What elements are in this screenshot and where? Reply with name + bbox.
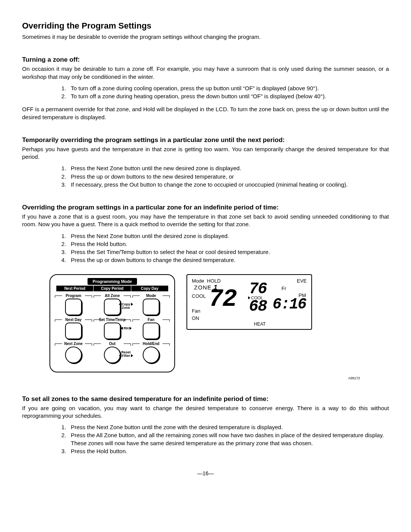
fan-button[interactable] bbox=[143, 323, 159, 339]
figure-id: A98172 bbox=[22, 376, 360, 380]
lcd-cool: COOL bbox=[192, 293, 206, 299]
list-item: To turn off a zone during heating operat… bbox=[68, 93, 389, 100]
out-button[interactable] bbox=[104, 347, 121, 363]
page-title: Overriding the Program Settings bbox=[22, 21, 389, 31]
lcd-mode: Mode bbox=[192, 278, 204, 284]
bar-label: Copy Period bbox=[93, 286, 131, 291]
bar-label: Copy Day bbox=[131, 286, 168, 291]
section-heading: Overriding the program settings in a par… bbox=[22, 204, 389, 211]
page-number: —16— bbox=[22, 470, 389, 476]
section-heading: Temporarily overriding the program setti… bbox=[22, 136, 389, 144]
section-heading: To set all zones to the same desired tem… bbox=[22, 395, 389, 403]
body-text: If you are going on vacation, you may wa… bbox=[22, 404, 389, 420]
list-item: Press the up or down buttons to the new … bbox=[68, 173, 389, 181]
btn-label: Mode bbox=[134, 294, 168, 298]
body-text: If you have a zone that is a guest room,… bbox=[22, 213, 389, 228]
lcd-time: 6:16 bbox=[272, 297, 306, 312]
lcd-temp-main: 72 bbox=[209, 287, 236, 312]
programming-mode-label: Programming Mode bbox=[88, 278, 137, 285]
triangle-icon bbox=[248, 296, 250, 299]
black-bar: Next Period Copy Period Copy Day bbox=[56, 286, 168, 291]
figure-row: Programming Mode Next Period Copy Period… bbox=[49, 274, 389, 372]
btn-label: All Zone bbox=[95, 294, 129, 298]
program-button[interactable] bbox=[65, 299, 82, 315]
list-item: If necessary, press the Out button to ch… bbox=[68, 181, 389, 189]
body-text: Perhaps you have guests and the temperat… bbox=[22, 145, 389, 161]
lcd-heat: HEAT bbox=[254, 321, 266, 327]
body-text: OFF is a permanent override for that zon… bbox=[22, 105, 389, 121]
set-time-temp-button[interactable] bbox=[104, 323, 121, 339]
lcd-hold: HOLD bbox=[207, 278, 221, 284]
list-item: Press the Next Zone button until the new… bbox=[68, 165, 389, 172]
hold-end-button[interactable] bbox=[143, 347, 159, 363]
list-item: Press the up or down buttons to change t… bbox=[68, 256, 389, 264]
next-zone-button[interactable] bbox=[65, 347, 82, 363]
list-item: Press the Hold button. bbox=[68, 240, 389, 248]
bar-label: Next Period bbox=[56, 286, 93, 291]
lcd-on: ON bbox=[192, 315, 199, 321]
btn-label: Out bbox=[95, 342, 129, 346]
lcd-temp-cool: 76 bbox=[249, 281, 266, 297]
list-item: Press the All Zone button, and all the r… bbox=[68, 431, 389, 447]
rh-tag: RH bbox=[121, 327, 132, 330]
btn-label: Program bbox=[56, 294, 91, 298]
list-item: To turn off a zone during cooling operat… bbox=[68, 85, 389, 92]
mode-button[interactable] bbox=[143, 299, 159, 315]
lcd-temp-heat: 68 bbox=[249, 299, 266, 315]
btn-label: Next Zone bbox=[56, 342, 91, 346]
list-item: Press the Next Zone button until the zon… bbox=[68, 423, 389, 431]
btn-label: Fan bbox=[134, 318, 168, 322]
lcd-day: Fr bbox=[282, 286, 286, 291]
list-item: Press the Next Zone button until the des… bbox=[68, 232, 389, 240]
list-item: Press the Hold button. bbox=[68, 447, 389, 455]
btn-label: Next Day bbox=[56, 318, 91, 322]
body-text: On occasion it may be desirable to turn … bbox=[22, 65, 389, 81]
lcd-eve: EVE bbox=[297, 278, 307, 284]
lcd-display: Mode HOLD EVE ZONE 1 COOLFanON 72 76 68 … bbox=[186, 274, 312, 330]
btn-label: Set Time/Temp bbox=[95, 318, 129, 322]
intro-text: Sometimes it may be desirable to overrid… bbox=[22, 33, 389, 41]
next-day-button[interactable] bbox=[65, 323, 82, 339]
list-item: Press the Set Time/Temp button to select… bbox=[68, 248, 389, 256]
button-panel: Programming Mode Next Period Copy Period… bbox=[49, 274, 175, 372]
btn-label: Hold/End bbox=[134, 342, 168, 346]
all-zone-button[interactable] bbox=[104, 299, 121, 315]
copy-zone-tag: CopyZone bbox=[119, 303, 134, 310]
lcd-fan: Fan bbox=[192, 308, 200, 314]
reset-filter-tag: ResetFilter bbox=[119, 351, 133, 358]
lcd-cool2: COOL bbox=[251, 296, 263, 300]
section-heading: Turning a zone off: bbox=[22, 56, 389, 64]
